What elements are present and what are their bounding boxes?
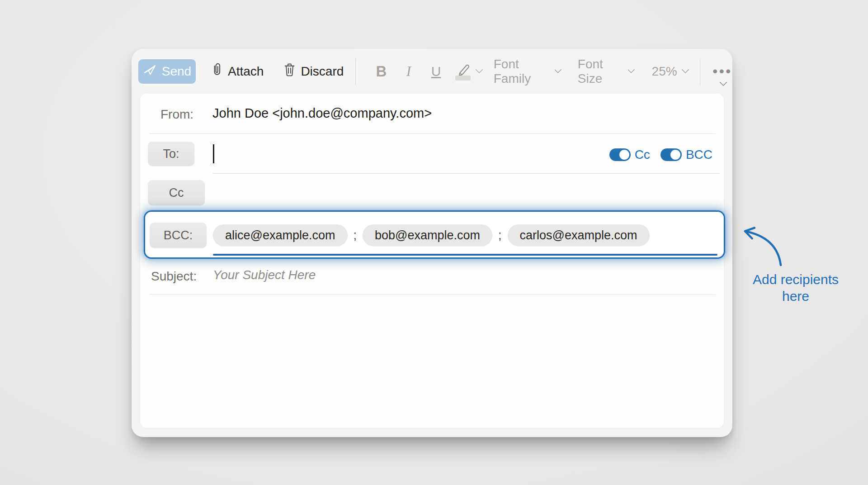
toolbar-divider xyxy=(355,58,356,85)
to-field-button[interactable]: To: xyxy=(148,142,194,166)
discard-button[interactable]: Discard xyxy=(283,62,344,80)
bold-button[interactable]: B xyxy=(373,63,390,80)
send-label: Send xyxy=(162,64,191,79)
row-divider xyxy=(149,133,716,134)
toolbar-divider xyxy=(700,58,700,85)
toggle-knob xyxy=(670,150,680,160)
message-body-area[interactable] xyxy=(149,295,715,421)
chevron-down-icon xyxy=(475,66,483,74)
discard-label: Discard xyxy=(301,64,344,79)
chevron-down-icon xyxy=(555,66,562,73)
subject-label: Subject: xyxy=(151,269,197,284)
recipient-chip[interactable]: bob@example.com xyxy=(363,224,492,246)
font-size-label: Font Size xyxy=(578,57,623,86)
font-family-label: Font Family xyxy=(494,57,551,86)
bcc-field-button[interactable]: BCC: xyxy=(150,223,207,248)
attach-label: Attach xyxy=(228,64,264,79)
cc-toggle-label[interactable]: Cc xyxy=(635,147,650,162)
attach-button[interactable]: Attach xyxy=(211,62,264,81)
highlighter-pen-icon xyxy=(456,62,472,81)
recipient-chip[interactable]: alice@example.com xyxy=(213,224,348,246)
annotation-text: Add recipients here xyxy=(748,271,843,304)
to-label: To: xyxy=(163,147,179,161)
paperclip-icon xyxy=(211,62,223,81)
subject-input-placeholder[interactable]: Your Subject Here xyxy=(213,268,316,282)
trash-icon xyxy=(283,62,296,80)
send-icon xyxy=(143,63,156,80)
more-options-button[interactable]: ••• xyxy=(713,64,733,79)
chevron-down-icon xyxy=(627,66,635,73)
italic-button[interactable]: I xyxy=(401,63,417,80)
chip-separator: ; xyxy=(498,228,502,242)
send-button[interactable]: Send xyxy=(138,59,196,84)
recipient-toggles: Cc BCC xyxy=(609,147,712,162)
recipient-chip[interactable]: carlos@example.com xyxy=(508,224,650,246)
chip-separator: ; xyxy=(354,228,357,242)
bcc-field-highlighted[interactable]: BCC: alice@example.com ; bob@example.com… xyxy=(144,210,725,259)
toggle-knob xyxy=(619,150,629,160)
chevron-down-icon xyxy=(681,66,689,74)
to-input-underline xyxy=(213,173,720,174)
highlight-color-button[interactable] xyxy=(456,62,482,81)
zoom-level-value: 25% xyxy=(652,64,677,79)
underline-button[interactable]: U xyxy=(428,64,444,79)
zoom-level-dropdown[interactable]: 25% xyxy=(652,64,688,79)
compose-form: From: John Doe <john.doe@company.com> To… xyxy=(140,94,724,428)
collapse-toolbar-button[interactable] xyxy=(721,79,726,87)
bcc-input-underline xyxy=(213,254,717,256)
cc-toggle[interactable] xyxy=(609,148,631,161)
from-label: From: xyxy=(160,107,193,122)
compose-window: Send Attach Discard B I U xyxy=(132,49,732,437)
bcc-toggle[interactable] xyxy=(660,148,682,161)
compose-toolbar: Send Attach Discard B I U xyxy=(132,49,732,94)
chevron-down-icon xyxy=(720,79,727,86)
bcc-recipient-chips: alice@example.com ; bob@example.com ; ca… xyxy=(213,224,650,246)
cc-label: Cc xyxy=(169,186,184,200)
font-family-dropdown[interactable]: Font Family xyxy=(494,57,561,86)
bcc-label: BCC: xyxy=(164,228,193,242)
font-size-dropdown[interactable]: Font Size xyxy=(578,57,634,86)
annotation-arrow-icon xyxy=(737,223,789,272)
from-value: John Doe <john.doe@company.com> xyxy=(212,106,432,121)
highlight-color-swatch xyxy=(455,76,471,81)
bcc-toggle-label[interactable]: BCC xyxy=(686,147,712,162)
text-cursor xyxy=(213,144,214,163)
cc-field-button[interactable]: Cc xyxy=(148,180,205,205)
